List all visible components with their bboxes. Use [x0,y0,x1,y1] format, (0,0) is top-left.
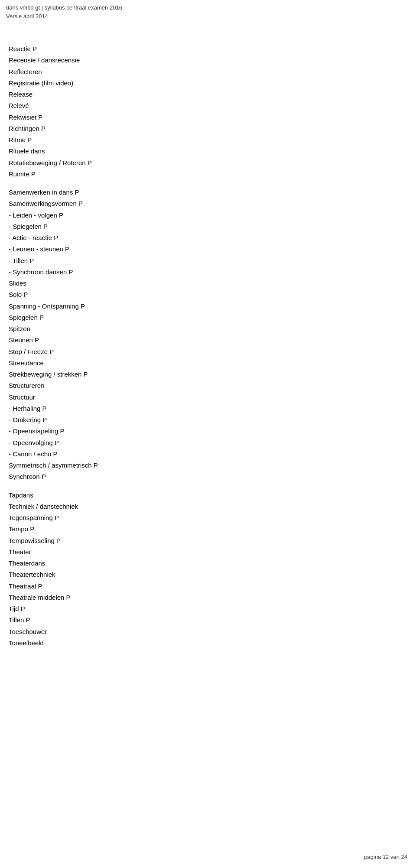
list-item: - Actie - reactie P [9,232,407,244]
list-item: - Opeenvolging P [9,437,407,449]
list-item: Tillen P [9,614,407,626]
list-item: Streetdance [9,358,407,369]
list-item: Theater [9,546,407,558]
list-item: Tempowisseling P [9,535,407,546]
list-item: Toeschouwer [9,626,407,637]
list-item: Theatertechniek [9,569,407,580]
list-item: Release [9,89,407,100]
list-item: Stop / Freeze P [9,346,407,358]
list-item: Spanning - Ontspanning P [9,301,407,312]
list-item: Rituele dans [9,146,407,157]
list-item: Steunen P [9,335,407,346]
list-item: Tijd P [9,603,407,614]
list-item: Samenwerken in dans P [9,187,407,198]
spacer [9,180,407,187]
list-item: Solo P [9,289,407,300]
list-item: Theaterdans [9,558,407,569]
list-item: - Leunen - steunen P [9,244,407,255]
list-item: Reactie P [9,43,407,55]
list-item: Strekbeweging / strekken P [9,369,407,380]
list-item: - Omkering P [9,414,407,426]
list-item: - Synchroon dansen P [9,267,407,278]
list-item: Spitzen [9,323,407,335]
list-item: - Leiden - volgen P [9,210,407,221]
list-item: - Opeenstapeling P [9,426,407,437]
list-item: Spiegelen P [9,312,407,323]
list-item: Theatrale middelen P [9,592,407,603]
list-item: Toneelbeeld [9,637,407,649]
list-item: Tempo P [9,523,407,535]
list-item: Techniek / danstechniek [9,501,407,512]
list-item: Structuur [9,392,407,403]
list-item: Symmetrisch / asymmetrisch P [9,460,407,471]
list-item: Registratie (film video) [9,78,407,89]
list-item: Samenwerkingsvormen P [9,198,407,209]
list-item: Richtingen P [9,123,407,134]
list-item: Theatraal P [9,581,407,592]
header: dans vmbo gt | syllabus centraal examen … [6,3,122,20]
footer: pagina 12 van 24 [364,854,407,860]
list-item: Ritme P [9,134,407,146]
spacer [9,483,407,490]
header-line1: dans vmbo gt | syllabus centraal examen … [6,3,122,12]
list-item: Reflecteren [9,66,407,78]
list-item: - Tillen P [9,255,407,267]
list-item: Structureren [9,380,407,391]
list-item: - Canon / echo P [9,449,407,460]
list-item: Relevé [9,100,407,111]
header-line2: Versie april 2014 [6,12,122,21]
list-item: Slides [9,278,407,289]
list-item: Synchroon P [9,471,407,482]
list-item: Ruimte P [9,169,407,180]
page-number: pagina 12 van 24 [364,854,407,860]
list-item: - Spiegelen P [9,221,407,232]
list-item: Rekwisiet P [9,112,407,123]
list-item: - Herhaling P [9,403,407,414]
list-item: Rotatiebeweging / Roteren P [9,157,407,169]
list-item: Tapdans [9,490,407,501]
list-item: Recensie / dansrecensie [9,55,407,66]
list-item: Tegenspanning P [9,512,407,523]
main-content: Reactie PRecensie / dansrecensieReflecte… [9,43,407,649]
